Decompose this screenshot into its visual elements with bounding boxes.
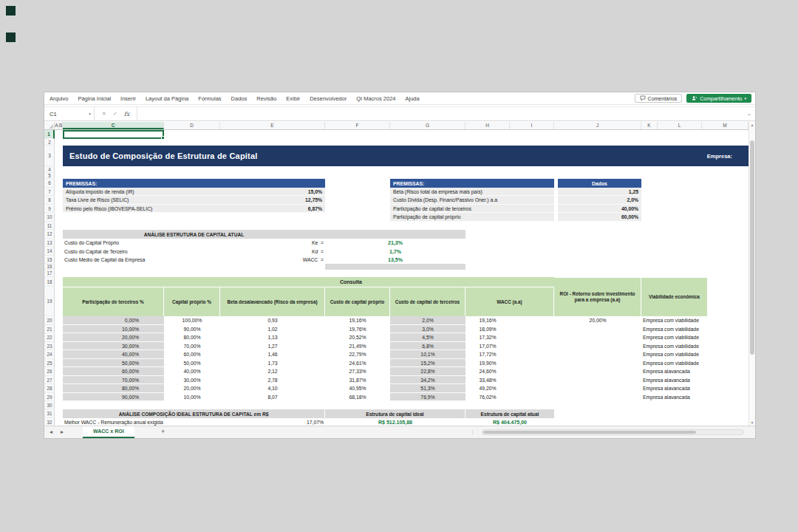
row-header-30[interactable]: 30: [44, 401, 55, 409]
row-header-21[interactable]: 21: [44, 325, 55, 333]
consulta-cell[interactable]: 90,00%: [63, 393, 164, 402]
column-header-H[interactable]: H: [466, 122, 510, 129]
estrutura-atual-value[interactable]: R$ 404.475,00: [466, 418, 554, 426]
row-header-32[interactable]: 32: [44, 418, 55, 426]
consulta-cell[interactable]: 40,00%: [63, 350, 164, 359]
row-header-31[interactable]: 31: [44, 409, 55, 418]
consulta-cell[interactable]: 10,00%: [164, 393, 220, 402]
consulta-cell[interactable]: Empresa alavancada: [641, 384, 708, 393]
consulta-header[interactable]: Beta desalavancado (Risco da empresa): [220, 287, 325, 316]
consulta-cell[interactable]: 40,95%: [325, 384, 390, 393]
consulta-cell[interactable]: Empresa com viabilidade: [641, 325, 708, 334]
sheet-grid[interactable]: 1234567891011121314151617181920212223242…: [44, 130, 748, 426]
premissa-value[interactable]: 1,25: [558, 188, 641, 196]
analise-label[interactable]: Custo do Capital Próprio: [64, 239, 219, 247]
menu-tab-layout-da-p-gina[interactable]: Layout da Página: [146, 95, 188, 102]
dados-header[interactable]: Dados: [558, 179, 641, 188]
consulta-cell[interactable]: 50,00%: [164, 359, 220, 368]
premissa-label[interactable]: Custo Dívida (Desp. Financ/Passivo Oner.…: [390, 196, 554, 205]
consulta-cell[interactable]: Empresa com viabilidade: [641, 359, 708, 368]
premissa-row[interactable]: Alíquota imposto de renda (IR)15,0%: [63, 188, 325, 196]
consulta-cell[interactable]: 68,18%: [325, 393, 390, 402]
menu-tab-dados[interactable]: Dados: [231, 95, 248, 102]
row-header-18[interactable]: 18: [44, 277, 55, 287]
sheet-nav-right-icon[interactable]: ▸: [61, 426, 64, 438]
premissas-left-header[interactable]: PREMISSAS:: [63, 179, 325, 188]
scroll-up-icon[interactable]: ▲: [749, 123, 755, 127]
menu-tab-qi-macros-2024[interactable]: QI Macros 2024: [356, 95, 395, 102]
row-header-1[interactable]: 1: [44, 130, 55, 139]
consulta-cell[interactable]: 1,02: [220, 325, 325, 334]
analise-ideal-header[interactable]: ANÁLISE COMPOSIÇÃO IDEAL ESTRUTURA DE CA…: [63, 409, 325, 418]
column-header-F[interactable]: F: [325, 122, 390, 129]
consulta-header[interactable]: Viabilidade econômica: [641, 277, 708, 316]
row-header-3[interactable]: 3: [44, 146, 55, 166]
consulta-cell[interactable]: 24,61%: [325, 359, 390, 368]
consulta-cell[interactable]: [554, 325, 641, 334]
row-header-20[interactable]: 20: [44, 316, 55, 325]
consulta-title-bar[interactable]: Consulta: [63, 277, 554, 287]
consulta-cell[interactable]: 4,10: [220, 384, 325, 393]
column-header-K[interactable]: K: [641, 122, 658, 129]
consulta-cell[interactable]: Empresa com viabilidade: [641, 342, 708, 351]
premissa-label[interactable]: Beta (Risco total da empresa mais país): [390, 188, 554, 196]
consulta-cell[interactable]: 20,00%: [164, 384, 220, 393]
select-all-corner[interactable]: [44, 122, 55, 129]
consulta-cell[interactable]: 2,12: [220, 367, 325, 376]
horizontal-scrollbar[interactable]: [482, 429, 744, 435]
menu-tab-ajuda[interactable]: Ajuda: [406, 95, 420, 102]
consulta-cell[interactable]: 1,13: [220, 333, 325, 342]
consulta-cell[interactable]: 34,2%: [390, 376, 466, 385]
namebox-dropdown-icon[interactable]: ▾: [89, 112, 91, 116]
premissa-row[interactable]: Taxa Livre de Risco (SELIC)12,75%: [63, 196, 325, 205]
menu-tab-exibir[interactable]: Exibir: [286, 95, 300, 102]
consulta-cell[interactable]: Empresa alavancada: [641, 367, 708, 376]
row-header-14[interactable]: 14: [44, 247, 55, 256]
formulabar-expand-icon[interactable]: ⌄: [743, 107, 755, 120]
consulta-header[interactable]: Participação de terceiros %: [63, 287, 164, 316]
consulta-cell[interactable]: [554, 359, 641, 368]
consulta-cell[interactable]: 22,79%: [325, 350, 390, 359]
consulta-cell[interactable]: 20,52%: [325, 333, 390, 342]
consulta-cell[interactable]: 1,27: [220, 342, 325, 351]
comments-button[interactable]: Comentários: [635, 94, 683, 103]
analise-value[interactable]: 13,5%: [325, 256, 466, 264]
consulta-cell[interactable]: 21,49%: [325, 342, 390, 351]
row-header-5[interactable]: 5: [44, 173, 55, 179]
row-header-7[interactable]: 7: [44, 188, 55, 196]
consulta-cell[interactable]: 3,0%: [390, 325, 466, 334]
row-header-23[interactable]: 23: [44, 342, 55, 350]
column-header-G[interactable]: G: [390, 122, 466, 129]
melhor-wacc-label[interactable]: Melhor WACC - Remuneração anual exigida: [64, 418, 219, 426]
consulta-cell[interactable]: 30,00%: [63, 342, 164, 351]
menu-tab-f-rmulas[interactable]: Fórmulas: [198, 95, 221, 102]
consulta-cell[interactable]: 1,73: [220, 359, 325, 368]
premissa-value[interactable]: 2,0%: [558, 196, 641, 205]
name-box[interactable]: C1 ▾: [44, 107, 95, 120]
row-header-29[interactable]: 29: [44, 393, 55, 401]
row-header-19[interactable]: 19: [44, 287, 55, 316]
row-header-27[interactable]: 27: [44, 376, 55, 384]
analise-symbol[interactable]: WACC =: [220, 256, 325, 264]
consulta-cell[interactable]: 27,33%: [325, 367, 390, 376]
consulta-cell[interactable]: Empresa alavancada: [641, 376, 708, 385]
consulta-cell[interactable]: 76,9%: [390, 393, 466, 402]
consulta-cell[interactable]: 8,07: [220, 393, 325, 402]
vertical-scroll-thumb[interactable]: [750, 140, 754, 355]
consulta-cell[interactable]: [554, 376, 641, 385]
column-header-M[interactable]: M: [702, 122, 748, 129]
consulta-cell[interactable]: 2,78: [220, 376, 325, 385]
consulta-cell[interactable]: 0,00%: [63, 316, 164, 325]
sheet-nav-left-icon[interactable]: ◂: [50, 426, 52, 438]
row-header-6[interactable]: 6: [44, 179, 55, 188]
consulta-cell[interactable]: 1,46: [220, 350, 325, 359]
consulta-cell[interactable]: 17,32%: [466, 333, 510, 342]
horizontal-scroll-thumb[interactable]: [483, 431, 696, 434]
consulta-cell[interactable]: [554, 333, 641, 342]
consulta-header[interactable]: Capital próprio %: [164, 287, 220, 316]
column-header-L[interactable]: L: [658, 122, 702, 129]
consulta-cell[interactable]: 10,1%: [390, 350, 466, 359]
consulta-cell[interactable]: 90,00%: [164, 325, 220, 334]
consulta-cell[interactable]: 24,60%: [466, 367, 510, 376]
consulta-cell[interactable]: 20,00%: [554, 316, 641, 325]
